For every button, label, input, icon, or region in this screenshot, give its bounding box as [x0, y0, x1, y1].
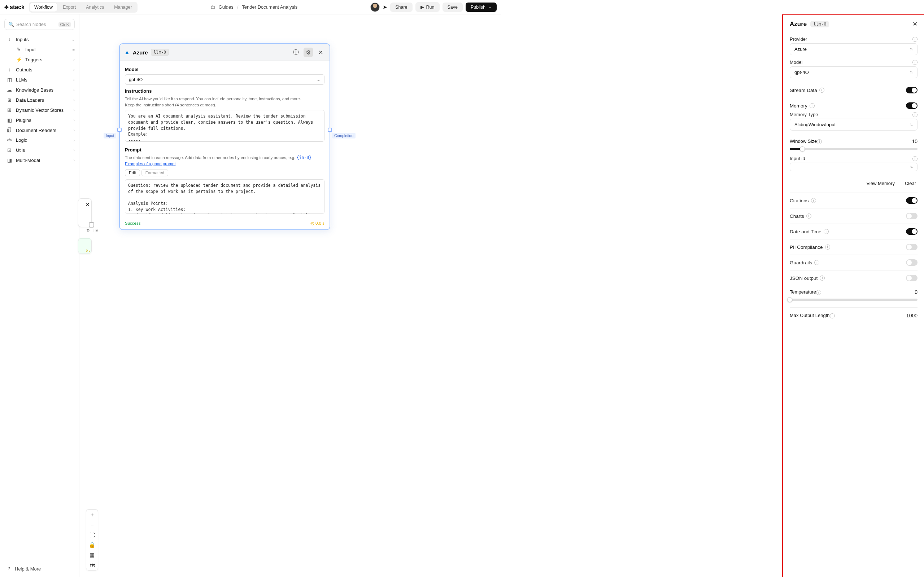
model-label: Model [125, 67, 325, 72]
chevron-right-icon: › [73, 68, 75, 72]
azure-node[interactable]: ▲ Azure llm-0 ⓘ ⚙ ✕ Model gpt-4O⌄ Instru… [119, 43, 330, 230]
node-status: Success [125, 221, 141, 226]
node-title: Azure [133, 49, 148, 56]
instructions-help2: Keep the instructions short (4 sentences… [125, 102, 325, 108]
prompt-token: {in-0} [297, 155, 312, 160]
chevron-down-icon: ⌄ [71, 37, 75, 42]
prompt-help: The data sent in each message. Add data … [125, 155, 325, 161]
azure-icon: ▲ [124, 49, 130, 56]
close-icon[interactable]: ✕ [316, 48, 325, 57]
chevron-down-icon: ⌄ [317, 77, 320, 82]
model-select[interactable]: gpt-4O⌄ [125, 74, 325, 85]
sidebar-item-inputs[interactable]: ↓Inputs⌄ [0, 34, 79, 44]
prompt-textarea[interactable] [125, 179, 325, 214]
output-port[interactable] [328, 128, 332, 132]
plugin-icon: ◧ [6, 117, 12, 123]
input-port-label: Input [103, 133, 116, 139]
search-icon: 🔍 [8, 22, 14, 27]
main-tabs: Workflow Export Analytics Manager [29, 2, 137, 13]
prompt-label: Prompt [125, 147, 325, 153]
avatar[interactable] [370, 3, 380, 12]
sidebar-item-vectors[interactable]: ⊞Dynamic Vector Stores› [0, 105, 79, 115]
prompt-examples-link[interactable]: Examples of a good prompt [125, 161, 176, 166]
sidebar-item-triggers[interactable]: ⚡Triggers› [12, 55, 79, 64]
pencil-icon: ✎ [16, 47, 22, 52]
sidebar-item-loaders[interactable]: 🗎Data Loaders› [0, 95, 79, 105]
prompt-tab-formatted[interactable]: Formatted [142, 169, 168, 176]
save-button[interactable]: Save [443, 3, 463, 12]
logo-text: stack [10, 4, 24, 10]
to-llm-port[interactable] [89, 222, 94, 227]
sidebar-item-readers[interactable]: 🗐Document Readers› [0, 125, 79, 135]
utils-icon: ⊡ [6, 147, 12, 153]
node-chip: llm-0 [151, 49, 169, 56]
breadcrumb-sep: / [237, 4, 239, 10]
code-icon: </> [6, 138, 12, 142]
upload-icon: ↑ [6, 67, 12, 73]
chevron-right-icon: › [73, 128, 75, 132]
sidebar-item-multimodal[interactable]: ◨Multi-Modal› [0, 155, 79, 165]
search-kbd: CtrlK [58, 22, 71, 27]
logo: ✤ stack [4, 4, 24, 10]
play-icon: ▶ [420, 4, 424, 10]
publish-button[interactable]: Publish [465, 3, 497, 12]
sidebar-item-input[interactable]: ✎Input≡ [12, 44, 79, 55]
multimodal-icon: ◨ [6, 157, 12, 163]
logo-icon: ✤ [4, 4, 9, 10]
node-partial-2[interactable]: 0 s [78, 238, 92, 254]
search-input[interactable]: 🔍 Search Nodes CtrlK [4, 19, 75, 30]
sidebar-item-utils[interactable]: ⊡Utils› [0, 145, 79, 155]
sidebar-item-llms[interactable]: ◫LLMs› [0, 75, 79, 85]
chevron-right-icon: › [73, 118, 75, 122]
info-icon[interactable]: ⓘ [291, 48, 300, 57]
cloud-icon: ☁ [6, 87, 12, 93]
tab-export[interactable]: Export [58, 3, 80, 11]
timing-badge: 0 s [86, 249, 90, 253]
chevron-right-icon: › [73, 158, 75, 162]
node-header[interactable]: ▲ Azure llm-0 ⓘ ⚙ ✕ [120, 44, 330, 61]
breadcrumb: 🗀 Guides / Tender Document Analysis [137, 4, 371, 10]
chevron-right-icon: › [73, 138, 75, 142]
sidebar-item-plugins[interactable]: ◧Plugins› [0, 115, 79, 125]
node-timing: ◴0.0 s [310, 221, 325, 226]
canvas[interactable]: ✕ 0 s To LLM ▲ Azure llm-0 ⓘ ⚙ ✕ Model g… [79, 15, 501, 313]
chevron-right-icon: › [73, 98, 75, 102]
file-icon: 🗎 [6, 97, 12, 103]
sidebar-item-logic[interactable]: </>Logic› [0, 135, 79, 145]
docs-icon: 🗐 [6, 127, 12, 133]
folder-icon: 🗀 [210, 4, 215, 10]
instructions-textarea[interactable] [125, 110, 325, 142]
menu-icon[interactable]: ≡ [73, 47, 75, 52]
sidebar-item-outputs[interactable]: ↑Outputs› [0, 64, 79, 75]
search-placeholder: Search Nodes [16, 22, 58, 27]
sidebar-item-kb[interactable]: ☁Knowledge Bases› [0, 85, 79, 95]
llm-icon: ◫ [6, 77, 12, 82]
share-button[interactable]: Share [390, 3, 412, 12]
run-button[interactable]: ▶Run [415, 2, 439, 12]
chevron-right-icon: › [73, 57, 75, 62]
tab-workflow[interactable]: Workflow [30, 3, 57, 11]
tab-manager[interactable]: Manager [110, 3, 136, 11]
breadcrumb-doc[interactable]: Tender Document Analysis [242, 4, 297, 10]
instructions-label: Instructions [125, 89, 325, 94]
chevron-right-icon: › [73, 88, 75, 92]
gear-icon[interactable]: ⚙ [304, 48, 313, 57]
bolt-icon: ⚡ [16, 56, 22, 62]
tab-analytics[interactable]: Analytics [82, 3, 108, 11]
input-port[interactable] [117, 128, 122, 132]
chevron-right-icon: › [73, 148, 75, 152]
chevron-right-icon: › [73, 77, 75, 82]
breadcrumb-folder[interactable]: Guides [219, 4, 234, 10]
output-port-label: Completion [332, 133, 355, 139]
close-icon[interactable]: ✕ [86, 201, 90, 207]
clock-icon: ◴ [310, 221, 314, 226]
cursor-icon[interactable]: ➤ [383, 4, 387, 10]
download-icon: ↓ [6, 36, 12, 42]
prompt-tab-edit[interactable]: Edit [125, 169, 140, 176]
to-llm-label: To LLM [87, 229, 99, 233]
sidebar: 🔍 Search Nodes CtrlK ↓Inputs⌄ ✎Input≡ ⚡T… [0, 15, 79, 313]
instructions-help1: Tell the AI how you'd like it to respond… [125, 96, 325, 102]
chevron-right-icon: › [73, 108, 75, 112]
grid-icon: ⊞ [6, 107, 12, 113]
